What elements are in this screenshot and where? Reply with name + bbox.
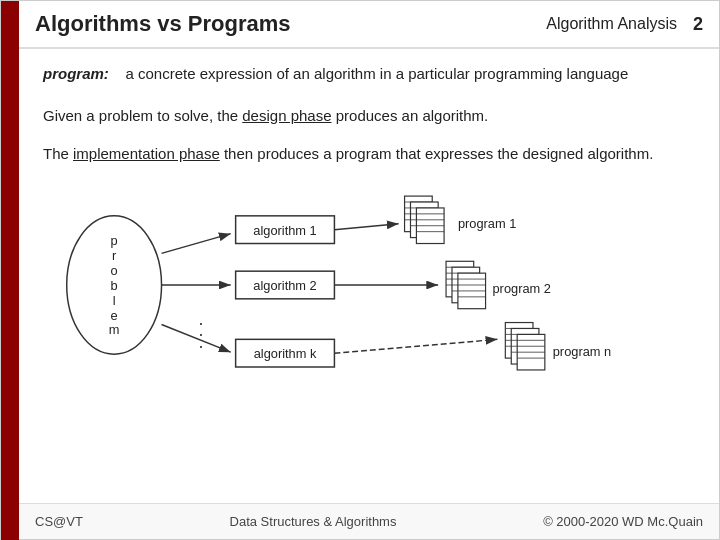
footer-center: Data Structures & Algorithms (230, 514, 397, 529)
header-right: Algorithm Analysis 2 (546, 14, 703, 35)
program-definition: program: a concrete expression of an alg… (43, 63, 695, 86)
svg-line-13 (162, 324, 231, 352)
header: Algorithms vs Programs Algorithm Analysi… (19, 1, 719, 49)
svg-text:m: m (109, 322, 120, 337)
svg-text:b: b (111, 277, 118, 292)
design-phase-term: design phase (242, 107, 331, 124)
svg-line-22 (334, 339, 497, 353)
implementation-phase-term: implementation phase (73, 145, 220, 162)
paragraph-2: The implementation phase then produces a… (43, 142, 695, 166)
svg-line-8 (162, 233, 231, 253)
diagram-area: p r o b l e m . . . algorithm 1 (43, 180, 695, 390)
svg-text:o: o (111, 263, 118, 278)
footer-left: CS@VT (35, 514, 83, 529)
slide-title: Algorithms vs Programs (35, 11, 291, 37)
svg-text:algorithm 2: algorithm 2 (253, 277, 316, 292)
svg-text:.: . (199, 332, 204, 352)
left-accent-bar (1, 1, 19, 540)
svg-text:p: p (111, 233, 118, 248)
content-area: program: a concrete expression of an alg… (19, 49, 719, 503)
svg-line-20 (334, 223, 398, 229)
svg-text:program 1: program 1 (458, 215, 516, 230)
footer-right: © 2000-2020 WD Mc.Quain (543, 514, 703, 529)
svg-text:l: l (113, 292, 116, 307)
svg-text:r: r (112, 248, 117, 263)
svg-text:algorithm k: algorithm k (254, 346, 317, 361)
svg-text:algorithm 1: algorithm 1 (253, 222, 316, 237)
svg-text:program 2: program 2 (492, 280, 550, 295)
svg-text:program n: program n (553, 344, 611, 359)
page-number: 2 (693, 14, 703, 35)
paragraph-1: Given a problem to solve, the design pha… (43, 104, 695, 128)
svg-text:e: e (111, 307, 118, 322)
program-def-text: a concrete expression of an algorithm in… (126, 65, 629, 82)
diagram-svg: p r o b l e m . . . algorithm 1 (43, 180, 695, 390)
program-term: program: (43, 65, 109, 82)
slide: Algorithms vs Programs Algorithm Analysi… (0, 0, 720, 540)
footer: CS@VT Data Structures & Algorithms © 200… (19, 503, 719, 539)
section-label: Algorithm Analysis (546, 15, 677, 33)
